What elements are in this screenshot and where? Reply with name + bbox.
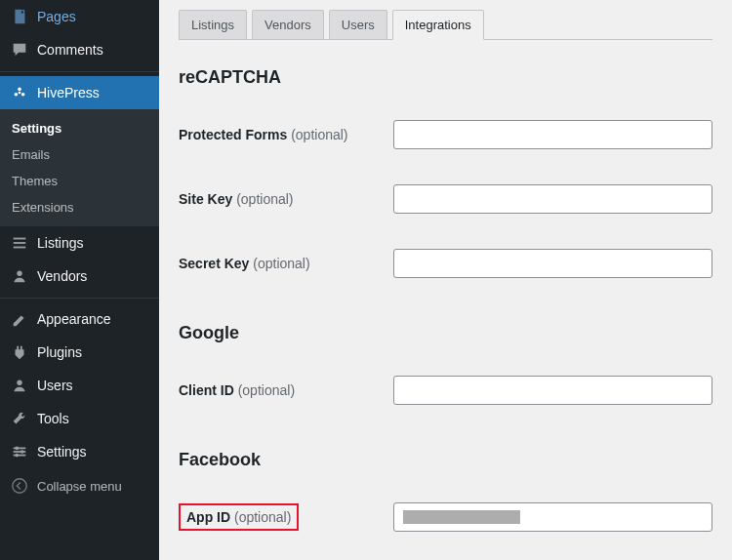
input-client-id[interactable] [393,376,712,405]
section-title-facebook: Facebook [179,440,712,485]
svg-point-2 [15,93,19,97]
menu-pages[interactable]: Pages [0,0,159,33]
row-app-id: App ID (optional) [179,485,712,549]
menu-label: Appearance [37,311,111,327]
comments-icon [10,40,29,60]
redacted-value [403,510,520,524]
svg-point-14 [20,450,24,454]
menu-label: Comments [37,42,103,58]
section-google: Google Client ID (optional) [159,296,732,422]
hivepress-icon [10,83,29,102]
menu-tools[interactable]: Tools [0,402,159,435]
menu-label: Plugins [37,344,82,360]
label-protected-forms: Protected Forms (optional) [179,127,393,142]
input-secret-key[interactable] [393,249,712,278]
row-secret-key: Secret Key (optional) [179,231,712,296]
collapse-label: Collapse menu [37,479,122,494]
row-site-key: Site Key (optional) [179,167,712,231]
svg-point-15 [16,454,20,458]
menu-label: Settings [37,444,87,460]
svg-point-16 [13,479,26,493]
section-title-recaptcha: reCAPTCHA [179,58,712,102]
tab-integrations[interactable]: Integrations [392,10,484,40]
appearance-icon [10,309,29,329]
users-icon [10,376,29,395]
svg-point-9 [17,380,21,385]
tools-icon [10,409,29,428]
input-protected-forms[interactable] [393,120,712,149]
listings-icon [10,233,29,253]
menu-plugins[interactable]: Plugins [0,336,159,369]
menu-hivepress[interactable]: HivePress [0,76,159,109]
settings-icon [10,442,29,461]
submenu-settings[interactable]: Settings [0,115,159,141]
menu-appearance[interactable]: Appearance [0,302,159,336]
submenu-emails[interactable]: Emails [0,141,159,168]
menu-vendors[interactable]: Vendors [0,260,159,293]
row-client-id: Client ID (optional) [179,358,712,422]
menu-users[interactable]: Users [0,369,159,402]
svg-rect-6 [14,242,26,244]
tabs-nav: Listings Vendors Users Integrations [159,0,732,39]
tab-users[interactable]: Users [329,10,387,39]
menu-label: Tools [37,411,69,426]
section-title-google: Google [179,313,712,358]
svg-point-1 [18,88,21,92]
label-client-id: Client ID (optional) [179,382,393,398]
menu-settings[interactable]: Settings [0,435,159,468]
hivepress-submenu: Settings Emails Themes Extensions [0,109,159,226]
menu-label: Users [37,378,73,393]
collapse-icon [10,476,29,496]
menu-listings[interactable]: Listings [0,226,159,260]
section-recaptcha: reCAPTCHA Protected Forms (optional) Sit… [159,40,732,296]
plugins-icon [10,342,29,362]
pages-icon [10,7,29,26]
admin-sidebar: Pages Comments HivePress Settings Emails… [0,0,159,560]
svg-rect-7 [14,247,26,249]
svg-rect-5 [14,238,26,240]
label-secret-key: Secret Key (optional) [179,256,393,271]
tab-vendors[interactable]: Vendors [252,10,324,39]
menu-label: Vendors [37,268,87,284]
menu-label: Pages [37,9,76,24]
label-site-key: Site Key (optional) [179,191,393,207]
svg-point-4 [19,92,21,95]
row-protected-forms: Protected Forms (optional) [179,102,712,167]
section-facebook: Facebook App ID (optional) Save Changes [159,422,732,560]
svg-point-3 [21,93,25,97]
menu-comments[interactable]: Comments [0,33,159,66]
submenu-extensions[interactable]: Extensions [0,194,159,220]
input-site-key[interactable] [393,184,712,214]
tab-listings[interactable]: Listings [179,10,247,39]
collapse-menu[interactable]: Collapse menu [0,468,159,503]
menu-label: Listings [37,235,83,251]
svg-point-8 [17,271,21,276]
svg-point-13 [16,447,20,451]
vendors-icon [10,266,29,286]
label-app-id: App ID (optional) [179,503,393,531]
content-area: Listings Vendors Users Integrations reCA… [159,0,732,560]
menu-label: HivePress [37,85,100,100]
submenu-themes[interactable]: Themes [0,168,159,194]
